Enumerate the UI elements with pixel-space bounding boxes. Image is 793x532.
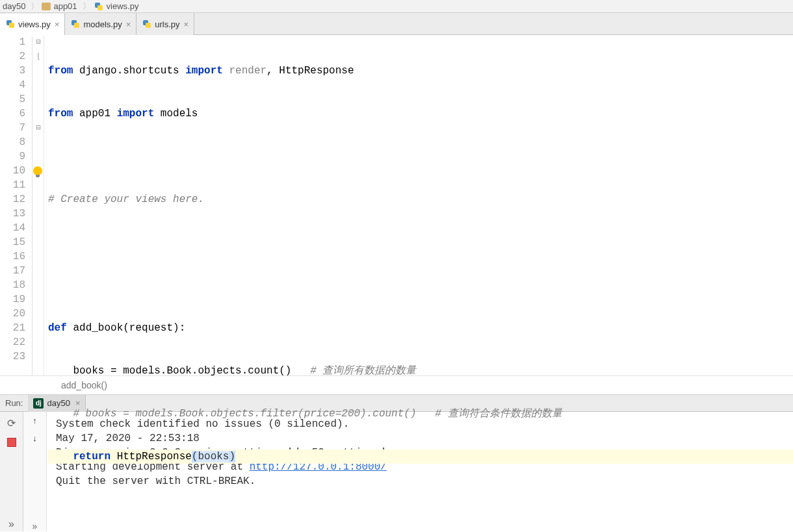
tab-models[interactable]: models.py × <box>65 13 136 35</box>
tab-label: urls.py <box>155 19 179 29</box>
breadcrumb: day50 〉 app01 〉 views.py <box>0 0 793 13</box>
editor-tabs: views.py × models.py × urls.py × <box>0 13 793 35</box>
code-area[interactable]: from django.shortcuts import render, Htt… <box>44 35 793 375</box>
breadcrumb-project-label: day50 <box>3 1 25 11</box>
scroll-down-icon[interactable]: ↓ <box>32 433 37 443</box>
console-toolbar-inner: ↑ ↓ » <box>23 412 47 531</box>
breadcrumb-file[interactable]: views.py <box>94 1 139 12</box>
line-number-gutter: 1234567891011121314151617181920212223 <box>0 35 32 375</box>
close-icon[interactable]: × <box>126 19 131 29</box>
python-file-icon <box>142 19 152 29</box>
breadcrumb-project[interactable]: day50 <box>3 1 25 11</box>
console-toolbar-left: ⟳ » <box>0 412 23 531</box>
code-editor[interactable]: 1234567891011121314151617181920212223 ⊟ … <box>0 35 793 375</box>
python-file-icon <box>70 19 81 29</box>
intention-bulb-icon[interactable] <box>33 166 42 175</box>
tab-urls[interactable]: urls.py × <box>136 13 194 35</box>
fold-region-icon[interactable]: ⌊ <box>34 49 42 64</box>
tab-label: views.py <box>18 19 51 29</box>
tab-views[interactable]: views.py × <box>0 14 65 36</box>
close-icon[interactable]: × <box>184 19 189 29</box>
fold-region-icon[interactable]: ⊟ <box>34 35 42 49</box>
more-icon[interactable]: » <box>5 517 19 531</box>
scroll-up-icon[interactable]: ↑ <box>32 416 37 425</box>
folder-icon <box>42 3 51 10</box>
python-file-icon <box>94 1 104 12</box>
breadcrumb-app-label: app01 <box>53 1 77 11</box>
stop-icon[interactable] <box>7 438 16 447</box>
breadcrumb-app[interactable]: app01 <box>42 1 77 11</box>
tab-label: models.py <box>83 19 122 29</box>
breadcrumb-sep-icon: 〉 <box>31 1 39 12</box>
more-icon[interactable]: » <box>32 521 38 531</box>
rerun-icon[interactable]: ⟳ <box>5 416 19 430</box>
breadcrumb-file-label: views.py <box>107 1 139 11</box>
fold-gutter: ⊟ ⌊ ⊟ <box>32 35 44 375</box>
close-icon[interactable]: × <box>55 19 60 29</box>
django-icon: dj <box>33 398 44 409</box>
run-label: Run: <box>0 398 28 408</box>
breadcrumb-sep-icon: 〉 <box>83 1 91 12</box>
fold-region-icon[interactable]: ⊟ <box>34 121 42 135</box>
python-file-icon <box>5 19 16 29</box>
